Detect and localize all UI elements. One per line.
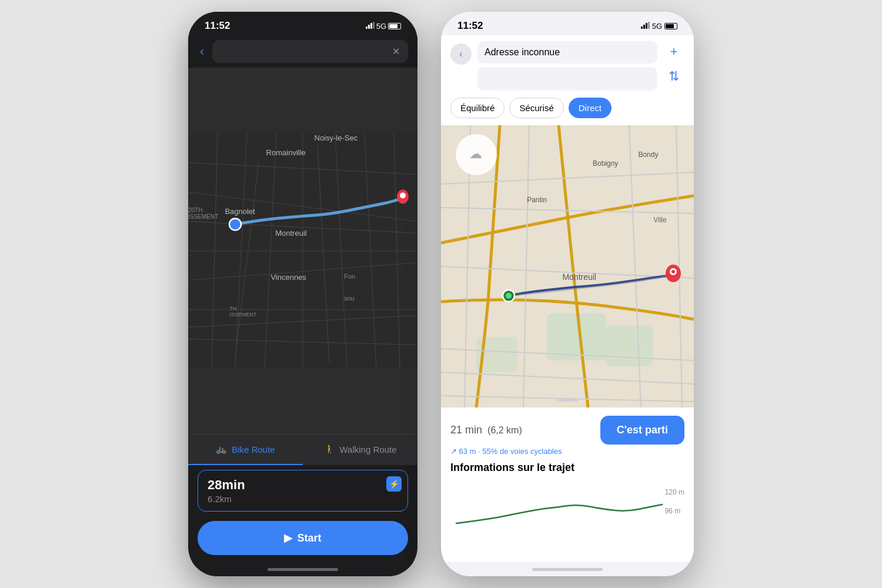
equilibre-label: Équilibré xyxy=(460,103,495,113)
header-right-buttons: + ⇅ xyxy=(663,41,684,87)
directions-header: ‹ Adresse inconnue + ⇅ xyxy=(441,35,694,98)
go-button[interactable]: C'est parti xyxy=(600,416,684,445)
tab-bike-route[interactable]: 🚲 Bike Route xyxy=(188,435,303,465)
start-label: Start xyxy=(297,532,321,544)
elevation-labels: 120 m 96 m xyxy=(665,488,684,515)
time-distance-info: 21 min (6,2 km) xyxy=(450,424,522,436)
time-distance-row: 21 min (6,2 km) C'est parti xyxy=(450,416,684,445)
drag-handle xyxy=(557,399,578,402)
bike-icon: 🚲 xyxy=(216,444,227,455)
status-bar-left: 11:52 5G xyxy=(188,12,417,35)
home-indicator-left xyxy=(188,562,417,576)
svg-point-20 xyxy=(400,193,406,199)
route-tabs: 🚲 Bike Route 🚶 Walking Route xyxy=(188,434,417,465)
route-type-tabs: Équilibré Sécurisé Direct xyxy=(441,98,694,125)
light-map[interactable]: ☁ Bobigny Bondy Pantin Montreuil Ville xyxy=(441,125,694,407)
left-phone: 11:52 5G ‹ ✕ xyxy=(188,12,417,576)
signal-bars-left xyxy=(366,22,375,31)
lightning-badge: ⚡ xyxy=(386,476,402,492)
clear-icon[interactable]: ✕ xyxy=(392,46,400,57)
svg-rect-22 xyxy=(547,313,606,360)
right-phone: 11:52 5G ‹ Adresse inconnue xyxy=(441,12,694,576)
elevation-96: 96 m xyxy=(665,507,684,515)
search-area: ‹ ✕ xyxy=(188,35,417,68)
swap-button[interactable]: ⇅ xyxy=(663,66,684,87)
add-stop-button[interactable]: + xyxy=(663,41,684,62)
dist-value: (6,2 km) xyxy=(487,425,522,435)
tab-equilibre[interactable]: Équilibré xyxy=(450,98,505,118)
time-value: 21 min xyxy=(450,424,482,436)
back-button-right[interactable]: ‹ xyxy=(450,44,472,65)
route-time-right: 21 min (6,2 km) xyxy=(450,424,522,436)
svg-point-36 xyxy=(506,293,512,299)
route-distance: 6.2km xyxy=(208,494,398,504)
securise-label: Sécurisé xyxy=(519,103,553,113)
time-left: 11:52 xyxy=(205,20,230,32)
dark-map[interactable]: Noisy-le-Sec Romainville Bagnolet Montre… xyxy=(188,68,417,434)
route-inputs: Adresse inconnue xyxy=(477,41,657,91)
origin-field[interactable]: Adresse inconnue xyxy=(477,41,657,64)
navigation-icon: ▶ xyxy=(284,532,292,544)
status-bar-right: 11:52 5G xyxy=(441,12,694,35)
svg-text:☁: ☁ xyxy=(469,146,482,161)
svg-rect-23 xyxy=(606,325,653,366)
time-right: 11:52 xyxy=(457,20,483,32)
network-right: 5G xyxy=(652,22,662,31)
direct-label: Direct xyxy=(579,103,602,113)
back-icon-right: ‹ xyxy=(459,49,462,59)
tab-direct[interactable]: Direct xyxy=(569,98,612,118)
bike-route-label: Bike Route xyxy=(232,445,275,455)
battery-right xyxy=(664,23,677,29)
svg-point-39 xyxy=(671,270,675,273)
route-info-card: ⚡ 28min 6.2km xyxy=(198,470,408,512)
destination-field[interactable] xyxy=(477,67,657,91)
signal-bars-right xyxy=(641,22,650,31)
elevation-chart: 120 m 96 m xyxy=(441,483,694,562)
back-button-left[interactable]: ‹ xyxy=(198,42,206,62)
svg-point-18 xyxy=(229,219,241,230)
bottom-info-panel: 21 min (6,2 km) C'est parti ↗ 63 m · 55%… xyxy=(441,407,694,483)
home-indicator-right xyxy=(441,562,694,576)
network-left: 5G xyxy=(376,22,386,31)
walking-icon: 🚶 xyxy=(324,444,335,455)
home-bar-right xyxy=(532,568,603,571)
search-box[interactable]: ✕ xyxy=(212,40,408,63)
tab-walking-route[interactable]: 🚶 Walking Route xyxy=(303,435,417,465)
start-button[interactable]: ▶ Start xyxy=(198,521,408,555)
lightning-icon: ⚡ xyxy=(389,479,399,489)
route-note: ↗ 63 m · 55% de voies cyclables xyxy=(450,447,684,456)
journey-info-title: Informations sur le trajet xyxy=(450,462,684,474)
battery-left xyxy=(388,23,401,29)
home-bar-left xyxy=(268,568,338,571)
elevation-120: 120 m xyxy=(665,488,684,496)
walking-route-label: Walking Route xyxy=(340,445,397,455)
tab-securise[interactable]: Sécurisé xyxy=(509,98,563,118)
route-time: 28min xyxy=(208,477,398,493)
